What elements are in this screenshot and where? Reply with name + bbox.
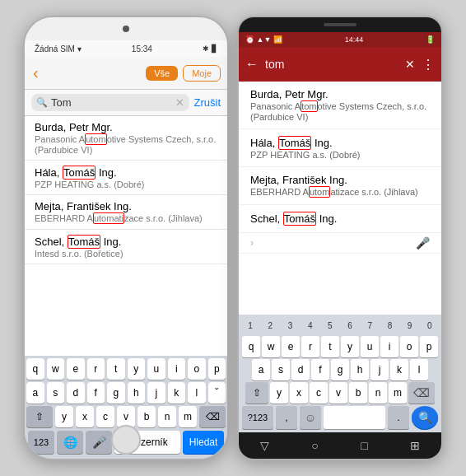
key-h[interactable]: h [351,359,369,380]
key-d[interactable]: d [67,382,85,404]
key-n[interactable]: n [369,382,387,404]
list-item[interactable]: Schel, Tomáš Ing. Intesd s.r.o. (Bořetic… [25,230,227,264]
key-t[interactable]: t [107,358,125,380]
key-q[interactable]: q [242,336,260,357]
android-more-button[interactable]: ⋮ [422,57,435,72]
key-123[interactable]: ?123 [242,406,273,429]
num-key-3[interactable]: 3 [281,316,299,334]
iphone-back-button[interactable]: ‹ [31,63,40,82]
key-comma[interactable]: , [276,406,297,429]
iphone-tab-mine[interactable]: Moje [183,65,221,82]
key-m[interactable]: m [389,382,407,404]
num-key-4[interactable]: 4 [301,316,319,334]
list-item[interactable]: Burda, Petr Mgr. Panasonic Atomotive Sys… [239,82,441,129]
key-search[interactable]: Hledat [183,431,224,454]
key-b[interactable]: b [137,406,156,427]
list-item[interactable]: Mejta, František Ing. EBERHARD Automatiz… [239,167,441,205]
key-d[interactable]: d [291,359,310,380]
key-x[interactable]: x [76,406,94,427]
key-y2[interactable]: y [270,382,288,404]
key-y[interactable]: y [128,358,146,380]
android-clear-button[interactable]: ✕ [405,58,415,71]
list-item[interactable]: Schel, Tomáš Ing. [239,205,441,233]
key-g[interactable]: g [331,359,349,380]
key-globe[interactable]: 🌐 [57,431,83,454]
key-k[interactable]: k [390,359,408,380]
key-o[interactable]: o [188,358,206,380]
key-y2[interactable]: y [55,406,73,427]
key-delete[interactable]: ⌫ [408,382,435,404]
android-nav-apps[interactable]: ⊞ [410,439,420,452]
key-q[interactable]: q [26,358,44,380]
android-search-value[interactable]: tom [265,58,398,71]
key-w[interactable]: w [47,358,65,380]
iphone-cancel-button[interactable]: Zrušit [194,96,221,109]
key-i[interactable]: i [168,358,186,380]
key-y[interactable]: y [341,336,359,357]
android-nav-home[interactable]: ○ [311,439,318,452]
list-item[interactable]: Hála, Tomáš Ing. PZP HEATING a.s. (Dobré… [25,161,227,195]
android-nav-recents[interactable]: □ [361,439,367,452]
key-j[interactable]: j [147,382,165,404]
key-s[interactable]: s [272,359,290,380]
key-shift[interactable]: ⇧ [245,382,268,404]
list-item[interactable]: Burda, Petr Mgr. Panasonic Automotive Sy… [25,116,227,161]
num-key-1[interactable]: 1 [241,316,259,334]
key-v[interactable]: v [329,382,347,404]
key-space[interactable] [324,406,385,429]
key-shift[interactable]: ⇧ [26,406,53,427]
key-c[interactable]: c [96,406,114,427]
num-key-0[interactable]: 0 [421,316,439,334]
key-a[interactable]: a [252,359,270,380]
key-i[interactable]: i [380,336,398,357]
iphone-search-clear[interactable]: ✕ [175,96,184,109]
num-key-9[interactable]: 9 [401,316,419,334]
key-123[interactable]: 123 [28,431,54,454]
key-f[interactable]: f [311,359,329,380]
num-key-6[interactable]: 6 [341,316,359,334]
num-key-2[interactable]: 2 [261,316,279,334]
key-t[interactable]: t [321,336,339,357]
android-nav-back[interactable]: ▽ [260,439,269,452]
key-mic[interactable]: 🎤 [86,431,112,454]
key-emoji[interactable]: ☺ [300,406,321,429]
key-o[interactable]: o [400,336,418,357]
key-period[interactable]: . [388,406,409,429]
key-search[interactable]: 🔍 [412,406,438,429]
key-u[interactable]: u [147,358,165,380]
key-c[interactable]: c [310,382,328,404]
list-item[interactable]: Hála, Tomáš Ing. PZP HEATING a.s. (Dobré… [239,129,441,167]
key-delete[interactable]: ⌫ [199,406,226,427]
key-w[interactable]: w [262,336,280,357]
key-e[interactable]: e [67,358,85,380]
key-s[interactable]: s [47,382,65,404]
iphone-home-button[interactable] [111,425,141,455]
num-key-8[interactable]: 8 [380,316,398,334]
num-key-5[interactable]: 5 [321,316,339,334]
key-apostrophe[interactable]: ˇ [208,382,226,404]
key-r[interactable]: r [301,336,319,357]
key-b[interactable]: b [349,382,367,404]
key-p[interactable]: p [208,358,226,380]
microphone-icon[interactable]: 🎤 [416,236,430,250]
key-h[interactable]: h [128,382,146,404]
key-l[interactable]: l [188,382,206,404]
android-back-button[interactable]: ← [245,57,259,72]
key-n[interactable]: n [158,406,176,427]
key-x[interactable]: x [290,382,308,404]
key-m[interactable]: m [179,406,197,427]
key-g[interactable]: g [107,382,125,404]
key-r[interactable]: r [87,358,105,380]
key-a[interactable]: a [26,382,44,404]
key-l[interactable]: l [410,359,428,380]
key-p[interactable]: p [420,336,438,357]
key-e[interactable]: e [282,336,300,357]
key-u[interactable]: u [361,336,379,357]
key-f[interactable]: f [87,382,105,404]
iphone-search-value[interactable]: Tom [51,96,172,109]
key-k[interactable]: k [168,382,186,404]
iphone-tab-all[interactable]: Vše [146,66,178,81]
list-item[interactable]: Mejta, František Ing. EBERHARD Automatiz… [25,195,227,230]
key-j[interactable]: j [370,359,389,380]
num-key-7[interactable]: 7 [361,316,379,334]
